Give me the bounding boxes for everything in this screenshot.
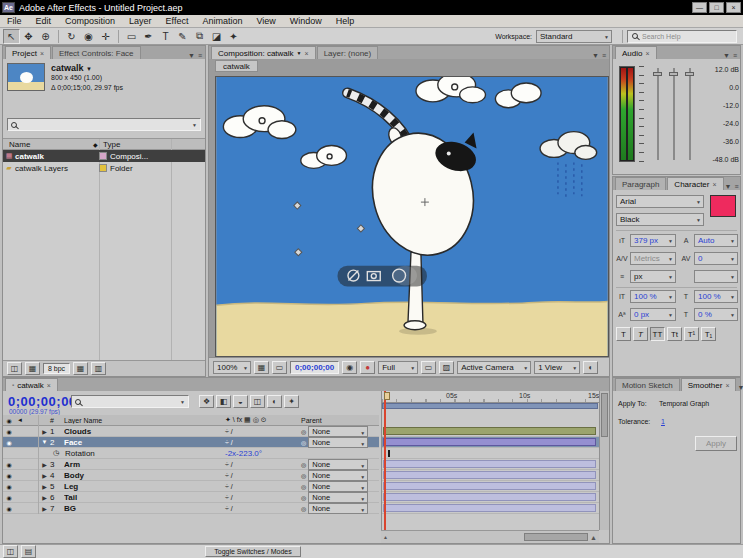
layer-row-tail[interactable]: ◉ ▶ 6 Tail ÷ / ◎None xyxy=(3,492,379,503)
eye-icon[interactable]: ◉ xyxy=(3,483,15,490)
project-row-catwalk[interactable]: ▦ catwalk Composi... xyxy=(3,150,205,162)
column-switches[interactable]: ✦ \ fx ▦ ◎ ⊙ xyxy=(221,416,301,424)
orbit-camera-tool[interactable]: ◉ xyxy=(80,29,97,44)
faux-bold-button[interactable]: T xyxy=(616,327,631,341)
type-tool[interactable]: T xyxy=(157,29,174,44)
tab-effect-controls[interactable]: Effect Controls: Face xyxy=(52,46,141,59)
panel-menu-icon[interactable]: ▼≡ xyxy=(188,52,205,59)
column-type[interactable]: Type xyxy=(103,140,120,149)
menu-animation[interactable]: Animation xyxy=(195,16,249,26)
workspace-select[interactable]: Standard xyxy=(536,30,612,43)
panel-menu-icon[interactable]: ▼≡ xyxy=(723,52,740,59)
parent-select[interactable]: None xyxy=(308,503,368,514)
layer-row-bg[interactable]: ◉ ▶ 7 BG ÷ / ◎None xyxy=(3,503,379,514)
comp-mini-flowchart-icon[interactable]: ❖ xyxy=(199,395,214,408)
layer-name[interactable]: Body xyxy=(64,471,221,480)
mask-visibility-icon[interactable]: ▭ xyxy=(272,361,287,374)
close-icon[interactable]: × xyxy=(712,181,716,188)
layer-row-face[interactable]: ◉ ▼ 2 Face ÷ / ◎None xyxy=(3,437,379,448)
menu-window[interactable]: Window xyxy=(283,16,329,26)
layer-name[interactable]: Leg xyxy=(64,482,221,491)
close-icon[interactable]: × xyxy=(305,50,309,57)
draft-3d-icon[interactable]: ◧ xyxy=(216,395,231,408)
eye-icon[interactable]: ◉ xyxy=(3,461,15,468)
comp-timecode[interactable]: 0;00;00;00 xyxy=(290,361,339,374)
parent-select[interactable]: None xyxy=(308,437,368,448)
minimize-button[interactable]: — xyxy=(692,2,707,13)
pickwhip-icon[interactable]: ◎ xyxy=(301,461,306,468)
maximize-button[interactable]: □ xyxy=(709,2,724,13)
audio-slider-master[interactable] xyxy=(673,68,675,160)
region-of-interest-icon[interactable]: ▭ xyxy=(421,361,436,374)
small-caps-button[interactable]: Tt xyxy=(667,327,682,341)
tab-layer[interactable]: Layer: (none) xyxy=(317,46,379,59)
track-body[interactable] xyxy=(382,470,599,481)
zoom-tool[interactable]: ⊕ xyxy=(37,29,54,44)
keyframe[interactable] xyxy=(388,450,390,457)
pickwhip-icon[interactable]: ◎ xyxy=(301,428,306,435)
layer-name[interactable]: Arm xyxy=(64,460,221,469)
tab-smoother[interactable]: Smoother × xyxy=(681,378,737,391)
canvas-overlay-toolbar[interactable] xyxy=(338,266,427,287)
puppet-pin-tool[interactable]: ✦ xyxy=(225,29,242,44)
tab-composition[interactable]: Composition: catwalk ▼ × xyxy=(211,46,316,59)
column-parent[interactable]: Parent xyxy=(301,417,379,424)
channels-icon[interactable]: ● xyxy=(360,361,375,374)
tab-character[interactable]: Character × xyxy=(667,177,723,190)
track-clouds[interactable] xyxy=(382,426,599,437)
composition-nav-tab[interactable]: catwalk xyxy=(215,60,258,72)
superscript-button[interactable]: T¹ xyxy=(684,327,699,341)
layer-switches[interactable]: ÷ / xyxy=(221,439,301,446)
timeline-column-header[interactable]: ◉ ◄ # Layer Name ✦ \ fx ▦ ◎ ⊙ Parent xyxy=(3,415,379,426)
current-time-indicator[interactable] xyxy=(384,391,386,530)
eye-icon[interactable]: ◉ xyxy=(3,439,15,446)
timeline-vertical-scrollbar[interactable] xyxy=(599,391,609,530)
layer-row-body[interactable]: ◉ ▶ 4 Body ÷ / ◎None xyxy=(3,470,379,481)
menu-help[interactable]: Help xyxy=(329,16,362,26)
project-item-name[interactable]: catwalk ▼ xyxy=(51,63,92,73)
slider-knob[interactable] xyxy=(669,72,678,76)
stroke-width-select[interactable]: px xyxy=(630,270,676,283)
leading-select[interactable]: Auto xyxy=(694,234,738,247)
faux-italic-button[interactable]: T xyxy=(633,327,648,341)
timeline-zoom-bar[interactable]: ▲ ▲ xyxy=(381,530,599,543)
fill-color-swatch[interactable] xyxy=(710,195,736,217)
frame-blending-icon[interactable]: ◫ xyxy=(250,395,265,408)
clone-stamp-tool[interactable]: ⧉ xyxy=(191,29,208,44)
eye-icon[interactable]: ◉ xyxy=(3,494,15,501)
layer-switches[interactable]: ÷ / xyxy=(221,505,301,512)
panel-menu-icon[interactable]: ▼≡ xyxy=(737,384,743,391)
pan-behind-tool[interactable]: ✛ xyxy=(97,29,114,44)
panel-menu-icon[interactable]: ▼≡ xyxy=(725,183,742,190)
font-size-select[interactable]: 379 px xyxy=(630,234,676,247)
expand-icon[interactable]: ▶ xyxy=(39,428,50,435)
layer-name[interactable]: Face xyxy=(64,438,221,447)
resolution-select[interactable]: Full xyxy=(378,361,418,374)
all-caps-button[interactable]: TT xyxy=(650,327,665,341)
layer-name[interactable]: Tail xyxy=(64,493,221,502)
pen-tool[interactable]: ✒ xyxy=(140,29,157,44)
panel-grip-icon[interactable]: ◫ xyxy=(3,545,18,558)
parent-select[interactable]: None xyxy=(308,459,368,470)
kerning-select[interactable]: Metrics xyxy=(630,252,676,265)
motion-blur-icon[interactable]: ◐ xyxy=(267,395,282,408)
pickwhip-icon[interactable]: ◎ xyxy=(301,483,306,490)
hand-tool[interactable]: ✥ xyxy=(20,29,37,44)
slider-knob[interactable] xyxy=(653,72,662,76)
menu-view[interactable]: View xyxy=(249,16,282,26)
pickwhip-icon[interactable]: ◎ xyxy=(301,472,306,479)
layer-switches[interactable]: ÷ / xyxy=(221,483,301,490)
zoom-out-icon[interactable]: ▲ xyxy=(383,534,388,540)
menu-composition[interactable]: Composition xyxy=(58,16,122,26)
project-column-header[interactable]: Name ◆ Type xyxy=(3,139,205,150)
layer-row-arm[interactable]: ◉ ▶ 3 Arm ÷ / ◎None xyxy=(3,459,379,470)
brainstorm-icon[interactable]: ✦ xyxy=(284,395,299,408)
interpret-footage-icon[interactable]: ◫ xyxy=(7,362,22,375)
scrollbar-thumb[interactable] xyxy=(601,393,608,437)
eraser-tool[interactable]: ◪ xyxy=(208,29,225,44)
transparency-grid-icon[interactable]: ▨ xyxy=(439,361,454,374)
expand-icon[interactable]: ▶ xyxy=(39,472,50,479)
tab-timeline-catwalk[interactable]: ▪ catwalk × xyxy=(5,378,58,391)
tolerance-value[interactable]: 1 xyxy=(661,418,665,425)
composition-canvas[interactable] xyxy=(215,76,609,357)
